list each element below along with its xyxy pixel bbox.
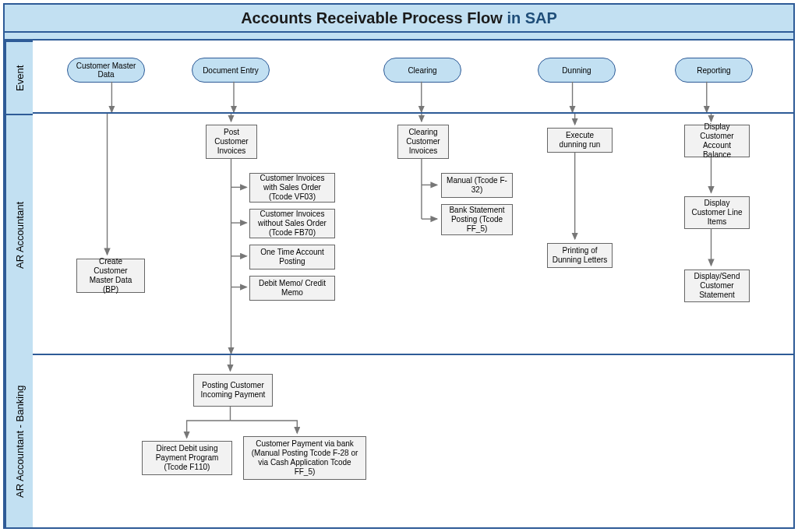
event-customer-master-data: Customer Master Data (67, 58, 145, 83)
event-document-entry: Document Entry (192, 58, 270, 83)
title-suffix: in SAP (507, 9, 556, 26)
lane-event: Customer Master Data Document Entry Clea… (33, 41, 793, 114)
title-prefix: Accounts Receivable Process Flow (241, 9, 507, 26)
box-execute-dunning: Execute dunning run (547, 128, 613, 153)
diagram-frame: Accounts Receivable Process Flow in SAP … (3, 3, 795, 529)
lane-label-ar-banking: AR Accountant - Banking (5, 355, 33, 527)
event-reporting: Reporting (675, 58, 753, 83)
swimlanes: Event Customer Master Data Document Entr… (5, 41, 793, 526)
box-inv-without-so: Customer Invoices without Sales Order (T… (249, 209, 335, 238)
event-dunning: Dunning (538, 58, 616, 83)
box-inv-with-so: Customer Invoices with Sales Order (Tcod… (249, 173, 335, 203)
event-clearing: Clearing (383, 58, 461, 83)
box-debit-credit-memo: Debit Memo/ Credit Memo (249, 276, 335, 301)
lane-label-event: Event (5, 41, 33, 114)
diagram-title: Accounts Receivable Process Flow in SAP (5, 5, 793, 33)
box-clearing-manual: Manual (Tcode F-32) (441, 173, 513, 198)
box-display-lineitems: Display Customer Line Items (684, 196, 750, 229)
box-customer-payment-bank: Customer Payment via bank (Manual Postin… (243, 436, 366, 480)
box-clearing-invoices: Clearing Customer Invoices (397, 125, 449, 159)
box-display-balance: Display Customer Account Balance (684, 125, 750, 157)
lane-ar-banking: Posting Customer Incoming Payment Direct… (33, 355, 793, 527)
box-direct-debit: Direct Debit using Payment Program (Tcod… (142, 441, 232, 475)
box-create-bp: Create Customer Master Data (BP) (76, 259, 145, 293)
box-post-invoices: Post Customer Invoices (206, 125, 257, 159)
box-posting-incoming-payment: Posting Customer Incoming Payment (193, 374, 273, 407)
lane-label-ar-accountant: AR Accountant (5, 114, 33, 355)
box-clearing-bank: Bank Statement Posting (Tcode FF_5) (441, 204, 513, 235)
box-printing-dunning: Printing of Dunning Letters (547, 243, 613, 268)
title-spacer (5, 33, 793, 41)
box-one-time: One Time Account Posting (249, 245, 335, 270)
box-display-statement: Display/Send Customer Statement (684, 270, 750, 302)
lane-ar-accountant: Create Customer Master Data (BP) Post Cu… (33, 114, 793, 355)
